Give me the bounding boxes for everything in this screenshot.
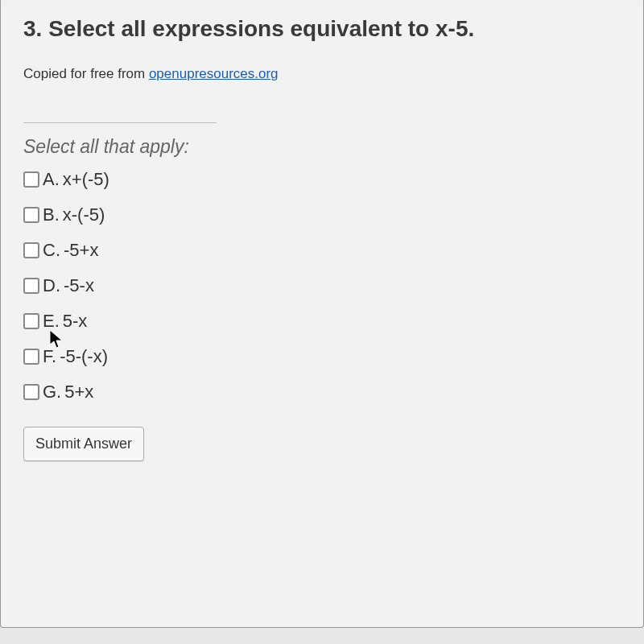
option-letter: D. [43, 275, 60, 296]
option-text: -5-(-x) [60, 346, 108, 367]
option-text: x+(-5) [63, 169, 109, 190]
option-text: 5+x [64, 382, 93, 402]
checkbox-icon[interactable] [23, 171, 39, 188]
submit-button[interactable]: Submit Answer [23, 427, 144, 461]
divider [23, 122, 217, 123]
checkbox-icon[interactable] [23, 242, 39, 258]
checkbox-icon[interactable] [23, 313, 39, 329]
instruction: Select all that apply: [23, 136, 621, 158]
checkbox-icon[interactable] [23, 349, 39, 365]
checkbox-icon[interactable] [23, 207, 39, 223]
option-letter: F. [43, 346, 56, 367]
option-e[interactable]: E. 5-x [23, 311, 621, 332]
attribution-prefix: Copied for free from [23, 66, 149, 81]
checkbox-icon[interactable] [23, 278, 39, 294]
option-text: x-(-5) [63, 204, 105, 225]
checkbox-icon[interactable] [23, 384, 39, 400]
question-page: 3. Select all expressions equivalent to … [0, 0, 644, 628]
option-f[interactable]: F. -5-(-x) [23, 346, 621, 367]
option-a[interactable]: A. x+(-5) [23, 169, 621, 190]
options-list: A. x+(-5) B. x-(-5) C. -5+x D. -5-x E. 5… [23, 169, 621, 402]
option-d[interactable]: D. -5-x [23, 275, 621, 296]
option-text: 5-x [63, 311, 88, 332]
option-letter: A. [43, 169, 60, 190]
option-text: -5+x [64, 240, 98, 261]
question-title: 3. Select all expressions equivalent to … [23, 16, 621, 42]
option-letter: E. [43, 311, 60, 332]
option-c[interactable]: C. -5+x [23, 240, 621, 261]
attribution: Copied for free from openupresources.org [23, 66, 621, 82]
option-letter: G. [43, 382, 61, 402]
option-letter: B. [43, 204, 60, 225]
option-letter: C. [43, 240, 60, 261]
attribution-link[interactable]: openupresources.org [149, 66, 279, 81]
option-text: -5-x [64, 275, 94, 296]
option-b[interactable]: B. x-(-5) [23, 204, 621, 225]
option-g[interactable]: G. 5+x [23, 382, 621, 402]
